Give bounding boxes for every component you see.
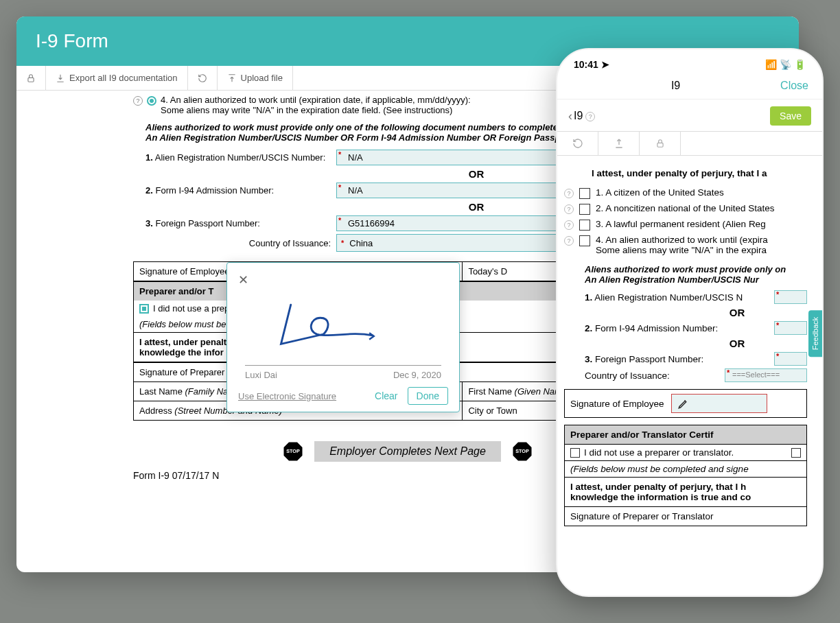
opt3-text: 3. A lawful permanent resident (Alien Re… [596,219,766,229]
share-icon [614,138,625,149]
back-icon[interactable]: ‹ [568,109,572,124]
info-icon[interactable]: ? [564,204,574,214]
wifi-icon: 📡 [780,59,791,70]
phone-country-label: Country of Issuance: [585,371,725,381]
close-icon[interactable]: ✕ [238,273,248,287]
phone-signature-preparer[interactable]: Signature of Preparer or Translator [564,507,807,526]
electronic-signature-link[interactable]: Use Electronic Signature [238,391,336,401]
f3-num: 3. [145,218,153,228]
phone-body: I attest, under penalty of perjury, that… [557,156,822,533]
next-page-banner: Employer Completes Next Page [314,441,501,462]
phone-no-preparer-checkbox[interactable] [570,448,580,458]
battery-icon: 🔋 [794,59,806,70]
f2-label: Form I-94 Admission Number: [155,185,274,196]
phone-status-bar: 10:41 ➤ 📶 📡 🔋 [557,49,822,74]
lock-button[interactable] [16,66,46,90]
f1-label: Alien Registration Number/USCIS Number: [155,152,326,163]
location-icon: ➤ [601,59,609,70]
phone-signature-input[interactable] [671,394,767,413]
opt1-text: 1. A citizen of the United States [596,187,724,198]
phone-or-2: OR [667,338,807,349]
svg-text:STOP: STOP [286,448,300,454]
save-button[interactable]: Save [770,106,811,126]
opt3-checkbox[interactable] [579,220,590,231]
f1-num: 1. [145,152,153,163]
opt4-text: 4. An alien authorized to work until (ex… [596,235,768,245]
phone-back-label[interactable]: I9 [574,110,583,122]
phone-f1-label: Alien Registration Number/USCIS N [594,292,743,303]
svg-rect-5 [657,143,662,147]
f2-num: 2. [145,185,153,196]
export-label: Export all I9 documentation [69,73,178,83]
phone-preparer-assisted-checkbox[interactable] [791,448,801,458]
opt4-text2: Some aliens may write "N/A" in the expir… [596,245,768,255]
svg-text:STOP: STOP [515,448,529,454]
phone-attest-heading: I attest, under penalty of perjury, that… [592,168,807,178]
phone-time: 10:41 ➤ [574,59,609,70]
undo-icon [198,73,207,83]
country-label: Country of Issuance: [145,238,331,248]
export-button[interactable]: Export all I9 documentation [46,66,188,90]
stop-icon-right: STOP [512,441,533,462]
stop-icon-left: STOP [283,441,303,462]
option4-radio[interactable] [147,96,156,106]
option4-text2: Some aliens may write "N/A" in the expir… [161,105,617,115]
phone-close-button[interactable]: Close [780,80,808,92]
undo-button[interactable] [188,66,218,90]
phone-share-button[interactable] [598,132,640,155]
opt4-checkbox[interactable] [579,235,590,246]
phone-undo-button[interactable] [557,132,598,155]
signal-icon: 📶 [765,59,777,70]
signature-date: Dec 9, 2020 [393,370,441,380]
phone-preparer-checkbox-row: I did not use a preparer or translator. [564,445,807,461]
no-preparer-checkbox[interactable] [139,304,149,314]
phone-preparer-header: Preparer and/or Translator Certif [564,425,807,445]
f3-label: Foreign Passport Number: [155,218,259,228]
signer-name: Luxi Dai [245,370,277,380]
opt1-checkbox[interactable] [579,188,590,199]
info-icon[interactable]: ? [564,189,574,198]
phone-aliens-note: Aliens authorized to work must provide o… [585,264,807,285]
phone-f2-label: Form I-94 Admission Number: [595,323,718,333]
phone-toolbar [557,131,822,156]
upload-icon [227,73,237,83]
phone-title: I9 [671,80,680,92]
info-icon[interactable]: ? [564,220,574,230]
option4-text: 4. An alien authorized to work until (ex… [161,95,617,105]
phone-i94-input[interactable]: * [774,321,807,335]
phone-lock-button[interactable] [640,132,681,155]
phone-preparer-note: (Fields below must be completed and sign… [564,461,807,478]
phone-nav: I9 Close [557,74,822,99]
phone-signature-employee: Signature of Employee [564,389,807,418]
phone-f3-label: Foreign Passport Number: [595,354,703,364]
opt2-checkbox[interactable] [579,204,590,215]
phone-country-select[interactable]: *===Select=== [725,368,807,382]
signature-canvas[interactable] [245,290,441,366]
lock-icon [655,139,665,148]
upload-label: Upload file [241,73,283,83]
feedback-tab[interactable]: Feedback [808,310,822,357]
upload-button[interactable]: Upload file [218,66,293,90]
lock-icon [26,73,36,83]
svg-rect-0 [28,78,34,82]
done-button[interactable]: Done [408,387,448,405]
phone-subnav: ‹ I9 ? Save [557,99,822,131]
opt2-text: 2. A noncitizen national of the United S… [596,203,774,213]
signature-modal: ✕ Luxi Dai Dec 9, 2020 Use Electronic Si… [226,262,460,412]
phone-attest: I attest, under penalty of perjury, that… [564,478,807,507]
phone-frame: 10:41 ➤ 📶 📡 🔋 I9 Close ‹ I9 ? Save I att… [556,48,824,597]
phone-passport-input[interactable]: * [774,352,807,366]
pencil-icon [677,397,690,410]
phone-alien-reg-input[interactable]: * [774,290,807,304]
clear-button[interactable]: Clear [375,390,397,401]
info-icon[interactable]: ? [564,236,574,246]
info-icon[interactable]: ? [585,112,595,121]
download-icon [56,73,65,83]
info-icon[interactable]: ? [133,96,143,106]
country-value: China [344,238,373,248]
undo-icon [572,138,583,149]
phone-or-1: OR [667,307,807,318]
